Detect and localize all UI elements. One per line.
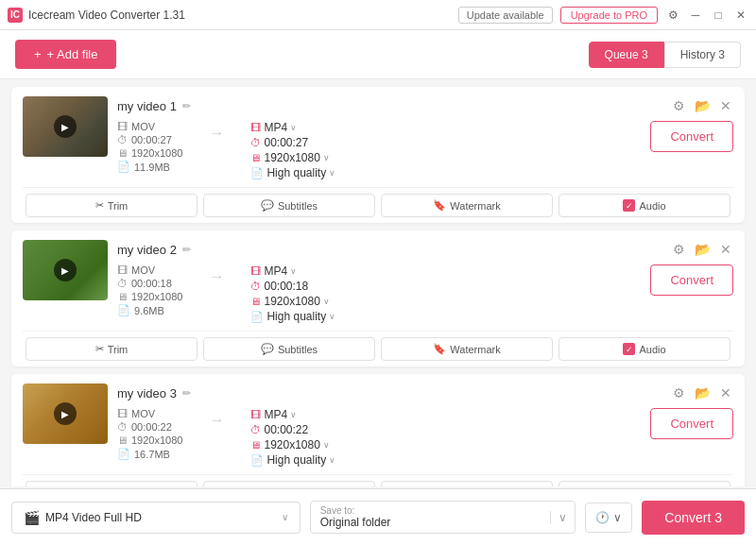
file-name-1: my video 1 xyxy=(117,99,177,113)
file-meta-2: 🎞 MOV ⏱ 00:00:18 🖥 1920x1080 📄 xyxy=(117,264,733,323)
video-card-2: ▶ my video 2 ✏ ⚙ 📂 ✕ 🎞 MOV xyxy=(11,230,745,366)
app-icon: IC xyxy=(8,8,23,23)
trim-button-2[interactable]: ✂ Trim xyxy=(26,337,198,361)
app-title: Icecream Video Converter 1.31 xyxy=(28,9,185,22)
subtitles-icon-1: 💬 xyxy=(261,199,274,212)
update-badge: Update available xyxy=(458,7,553,24)
close-icon-2[interactable]: ✕ xyxy=(718,240,733,259)
format-dropdown-text: MP4 Video Full HD xyxy=(45,511,276,524)
target-quality-3[interactable]: 📄 High quality ∨ xyxy=(250,453,335,467)
target-quality-1[interactable]: 📄 High quality ∨ xyxy=(250,166,335,179)
settings-icon[interactable]: ⚙ xyxy=(665,8,680,23)
file-name-3: my video 3 xyxy=(117,386,177,400)
bottom-bar: 🎬 MP4 Video Full HD ∨ Save to: Original … xyxy=(0,488,756,545)
target-resolution-2[interactable]: 🖥 1920x1080 ∨ xyxy=(250,295,335,308)
save-to-inner: Save to: Original folder xyxy=(311,502,551,533)
watermark-icon-2: 🔖 xyxy=(433,343,446,355)
card-info-2: my video 2 ✏ ⚙ 📂 ✕ 🎞 MOV xyxy=(117,240,733,323)
source-size-1: 📄 11.9MB xyxy=(117,161,182,173)
convert-all-button[interactable]: Convert 3 xyxy=(642,501,745,535)
save-to-section[interactable]: Save to: Original folder ∨ xyxy=(310,501,576,534)
play-button-2[interactable]: ▶ xyxy=(54,259,77,281)
edit-icon-3[interactable]: ✏ xyxy=(182,387,191,400)
play-button-1[interactable]: ▶ xyxy=(54,115,77,138)
convert-button-1[interactable]: Convert xyxy=(650,121,733,152)
target-quality-2[interactable]: 📄 High quality ∨ xyxy=(250,310,335,323)
target-format-3[interactable]: 🎞 MP4 ∨ xyxy=(250,408,335,421)
thumbnail-2[interactable]: ▶ xyxy=(23,240,108,300)
tab-history[interactable]: History 3 xyxy=(664,42,741,68)
folder-icon-1[interactable]: 📂 xyxy=(693,96,713,115)
folder-icon-3[interactable]: 📂 xyxy=(693,383,713,402)
meta-source-3: 🎞 MOV ⏱ 00:00:22 🖥 1920x1080 📄 xyxy=(117,408,182,460)
history-clock-button[interactable]: 🕐 ∨ xyxy=(585,502,632,533)
minimize-button[interactable]: ─ xyxy=(688,8,703,23)
format-dropdown[interactable]: 🎬 MP4 Video Full HD ∨ xyxy=(11,502,301,534)
close-button[interactable]: ✕ xyxy=(733,8,748,23)
gear-icon-1[interactable]: ⚙ xyxy=(671,96,687,115)
card-actions-2: ✂ Trim 💬 Subtitles 🔖 Watermark ✓ Audio xyxy=(23,331,733,361)
target-format-2[interactable]: 🎞 MP4 ∨ xyxy=(250,264,335,278)
edit-icon-2[interactable]: ✏ xyxy=(182,244,191,256)
folder-icon-2[interactable]: 📂 xyxy=(693,240,713,259)
audio-button-2[interactable]: ✓ Audio xyxy=(558,337,730,361)
gear-icon-2[interactable]: ⚙ xyxy=(671,240,687,259)
subtitles-button-1[interactable]: 💬 Subtitles xyxy=(203,194,375,217)
upgrade-button[interactable]: Upgrade to PRO xyxy=(560,7,658,24)
card-top-2: ▶ my video 2 ✏ ⚙ 📂 ✕ 🎞 MOV xyxy=(23,240,733,323)
subtitles-icon-2: 💬 xyxy=(261,343,274,355)
source-resolution-3: 🖥 1920x1080 xyxy=(117,434,182,446)
audio-button-3[interactable]: ✓ Audio xyxy=(558,481,730,486)
target-duration-2: ⏱ 00:00:18 xyxy=(250,280,335,293)
tab-queue[interactable]: Queue 3 xyxy=(589,42,664,68)
maximize-button[interactable]: □ xyxy=(711,8,726,23)
save-arrow-button[interactable]: ∨ xyxy=(550,511,575,524)
source-size-2: 📄 9.6MB xyxy=(117,304,182,316)
source-size-3: 📄 16.7MB xyxy=(117,448,182,460)
audio-button-1[interactable]: ✓ Audio xyxy=(558,194,730,217)
thumbnail-1[interactable]: ▶ xyxy=(23,96,108,157)
target-duration-3: ⏱ 00:00:22 xyxy=(250,423,335,436)
card-top-1: ▶ my video 1 ✏ ⚙ 📂 ✕ 🎞 MOV xyxy=(23,96,733,179)
add-icon: + xyxy=(34,47,42,61)
toolbar: + + Add file Queue 3 History 3 xyxy=(0,30,756,79)
watermark-button-3[interactable]: 🔖 Watermark xyxy=(381,481,553,486)
target-resolution-3[interactable]: 🖥 1920x1080 ∨ xyxy=(250,438,335,451)
source-resolution-1: 🖥 1920x1080 xyxy=(117,147,182,159)
convert-all-label: Convert 3 xyxy=(664,510,722,525)
subtitles-button-2[interactable]: 💬 Subtitles xyxy=(203,337,375,361)
save-to-value: Original folder xyxy=(320,516,541,529)
thumbnail-3[interactable]: ▶ xyxy=(23,383,108,444)
trim-button-1[interactable]: ✂ Trim xyxy=(26,194,198,217)
filename-row-2: my video 2 ✏ ⚙ 📂 ✕ xyxy=(117,240,733,259)
main-content: ▶ my video 1 ✏ ⚙ 📂 ✕ 🎞 MOV xyxy=(0,79,756,486)
target-duration-1: ⏱ 00:00:27 xyxy=(250,136,335,149)
convert-button-2[interactable]: Convert xyxy=(650,264,733,296)
play-button-3[interactable]: ▶ xyxy=(54,402,77,425)
target-resolution-1[interactable]: 🖥 1920x1080 ∨ xyxy=(250,151,335,164)
titlebar-left: IC Icecream Video Converter 1.31 xyxy=(8,8,185,23)
edit-icon-1[interactable]: ✏ xyxy=(182,100,191,112)
convert-button-3[interactable]: Convert xyxy=(650,408,733,439)
close-icon-1[interactable]: ✕ xyxy=(718,96,733,115)
card-top-3: ▶ my video 3 ✏ ⚙ 📂 ✕ 🎞 MOV xyxy=(23,383,733,467)
card-actions-3: ✂ Trim 💬 Subtitles 🔖 Watermark ✓ Audio xyxy=(23,474,733,486)
target-format-1[interactable]: 🎞 MP4 ∨ xyxy=(250,121,335,134)
source-duration-2: ⏱ 00:00:18 xyxy=(117,278,182,289)
arrow-3: → xyxy=(201,408,232,429)
meta-target-1: 🎞 MP4 ∨ ⏱ 00:00:27 🖥 1920x1080 ∨ xyxy=(250,121,335,179)
subtitles-button-3[interactable]: 💬 Subtitles xyxy=(203,481,375,486)
clock-dropdown-arrow: ∨ xyxy=(613,511,622,524)
clock-icon: 🕐 xyxy=(595,511,610,524)
gear-icon-3[interactable]: ⚙ xyxy=(671,383,687,402)
add-file-button[interactable]: + + Add file xyxy=(15,40,116,69)
filename-row-1: my video 1 ✏ ⚙ 📂 ✕ xyxy=(117,96,733,115)
source-duration-3: ⏱ 00:00:22 xyxy=(117,421,182,433)
close-icon-3[interactable]: ✕ xyxy=(718,383,733,402)
source-format-2: 🎞 MOV xyxy=(117,264,182,276)
arrow-1: → xyxy=(201,121,232,142)
source-resolution-2: 🖥 1920x1080 xyxy=(117,291,182,302)
trim-button-3[interactable]: ✂ Trim xyxy=(26,481,198,486)
watermark-button-1[interactable]: 🔖 Watermark xyxy=(381,194,553,217)
watermark-button-2[interactable]: 🔖 Watermark xyxy=(381,337,553,361)
